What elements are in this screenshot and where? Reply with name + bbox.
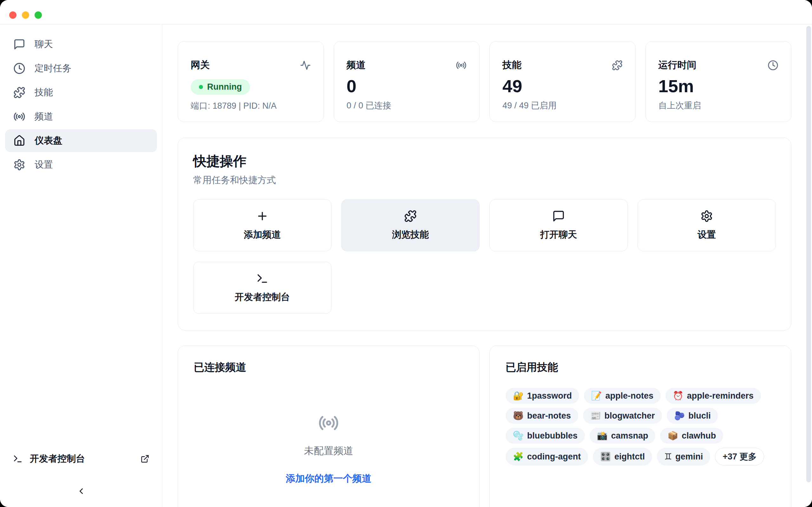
titlebar <box>0 0 812 24</box>
traffic-lights <box>9 11 42 19</box>
terminal-icon <box>13 454 23 464</box>
gear-icon <box>13 159 26 171</box>
sidebar-item-settings[interactable]: 设置 <box>5 153 157 176</box>
puzzle-icon <box>404 210 417 222</box>
skill-badge[interactable]: ♊ gemini <box>657 448 710 465</box>
sidebar-item-label: 技能 <box>35 86 53 99</box>
add-first-channel-link[interactable]: 添加你的第一个频道 <box>286 472 371 485</box>
sidebar-item-label: 频道 <box>35 110 53 123</box>
skill-emoji: 📰 <box>590 411 601 421</box>
skill-name: gemini <box>675 452 703 462</box>
chat-bubble-icon <box>552 210 565 222</box>
skill-badge[interactable]: 📸 camsnap <box>590 428 656 444</box>
connected-channels-title: 已连接频道 <box>194 360 463 375</box>
skill-emoji: 🫐 <box>674 411 685 421</box>
collapse-sidebar-button[interactable] <box>72 485 91 499</box>
stat-title: 技能 <box>502 59 521 72</box>
browse-skills-button[interactable]: 浏览技能 <box>341 199 479 251</box>
external-link-icon <box>141 454 149 463</box>
quick-actions-panel: 快捷操作 常用任务和快捷方式 添加频道 浏览技能 打开聊天 设置 <box>177 137 792 331</box>
skill-name: blucli <box>688 411 711 421</box>
quick-actions-title: 快捷操作 <box>193 153 776 170</box>
gear-icon <box>700 210 713 222</box>
app-window: 聊天 定时任务 技能 频道 仪表盘 设置 <box>0 0 812 507</box>
skill-name: clawhub <box>681 431 716 441</box>
skill-emoji: 🔐 <box>513 391 524 401</box>
stat-title: 运行时间 <box>658 59 697 72</box>
dashboard-main: 网关 Running 端口: 18789 | PID: N/A 频道 0 0 /… <box>162 24 812 507</box>
sidebar-footer: 开发者控制台 <box>0 452 162 507</box>
status-text: Running <box>207 82 242 92</box>
skill-badge[interactable]: 📝 apple-notes <box>584 388 661 404</box>
radio-icon <box>13 111 26 123</box>
open-chat-button[interactable]: 打开聊天 <box>490 199 628 251</box>
status-dot <box>199 85 203 89</box>
more-skills-badge[interactable]: +37 更多 <box>715 448 764 465</box>
skill-name: eightctl <box>614 452 645 462</box>
sidebar-item-chat[interactable]: 聊天 <box>5 33 157 56</box>
clock-icon <box>768 60 778 71</box>
sidebar-nav: 聊天 定时任务 技能 频道 仪表盘 设置 <box>0 24 162 176</box>
stat-card-skills: 技能 49 49 / 49 已启用 <box>490 41 636 122</box>
sidebar-item-label: 聊天 <box>35 38 53 51</box>
gateway-meta: 端口: 18789 | PID: N/A <box>191 100 311 112</box>
terminal-icon <box>256 272 269 285</box>
stats-row: 网关 Running 端口: 18789 | PID: N/A 频道 0 0 /… <box>177 41 792 122</box>
radio-icon <box>318 412 339 434</box>
skill-emoji: 🐻 <box>513 411 524 421</box>
sidebar-item-label: 定时任务 <box>35 62 71 75</box>
skill-badge[interactable]: 🫧 bluebubbles <box>506 428 585 444</box>
skill-name: coding-agent <box>527 452 581 462</box>
enabled-skills-title: 已启用技能 <box>506 360 775 375</box>
settings-button[interactable]: 设置 <box>638 199 776 251</box>
skill-emoji: ♊ <box>664 452 672 462</box>
close-window-button[interactable] <box>9 11 16 19</box>
connected-channels-panel: 已连接频道 未配置频道 添加你的第一个频道 <box>177 345 479 507</box>
sidebar-item-channels[interactable]: 频道 <box>5 105 157 128</box>
skill-name: 1password <box>527 391 572 401</box>
stat-value: 49 <box>502 77 623 95</box>
plus-icon <box>256 210 269 222</box>
skill-name: bluebubbles <box>527 431 577 441</box>
stat-subtitle: 0 / 0 已连接 <box>347 100 467 111</box>
skill-emoji: 📸 <box>597 431 608 441</box>
skill-name: blogwatcher <box>604 411 655 421</box>
skill-name: apple-notes <box>605 391 653 401</box>
skill-badge[interactable]: ⏰ apple-reminders <box>665 388 761 404</box>
bottom-row: 已连接频道 未配置频道 添加你的第一个频道 已启用技能 🔐 1password … <box>177 345 792 507</box>
enabled-skills-panel: 已启用技能 🔐 1password 📝 apple-notes ⏰ apple-… <box>490 345 792 507</box>
minimize-window-button[interactable] <box>22 11 29 19</box>
skill-name: bear-notes <box>527 411 571 421</box>
sidebar: 聊天 定时任务 技能 频道 仪表盘 设置 <box>0 24 162 507</box>
stat-subtitle: 49 / 49 已启用 <box>502 100 623 111</box>
skill-badge[interactable]: 🎛️ eightctl <box>593 448 652 465</box>
skill-badge[interactable]: 🫐 blucli <box>667 408 718 424</box>
gateway-status-badge: Running <box>191 79 250 95</box>
sidebar-item-scheduled-tasks[interactable]: 定时任务 <box>5 57 157 80</box>
stat-card-uptime: 运行时间 15m 自上次重启 <box>646 41 792 122</box>
skill-name: apple-reminders <box>687 391 754 401</box>
stat-value: 15m <box>658 77 779 95</box>
add-channel-button[interactable]: 添加频道 <box>193 199 332 251</box>
stat-value: 0 <box>347 77 467 95</box>
skill-badge[interactable]: 🔐 1password <box>506 388 579 404</box>
skill-emoji: 🧩 <box>513 452 524 462</box>
activity-icon <box>300 60 311 71</box>
skill-badge[interactable]: 🐻 bear-notes <box>506 408 578 424</box>
puzzle-icon <box>13 87 26 99</box>
maximize-window-button[interactable] <box>35 11 42 19</box>
skill-badge[interactable]: 📦 clawhub <box>660 428 723 444</box>
clock-icon <box>13 62 26 74</box>
stat-title: 网关 <box>191 59 210 72</box>
sidebar-dev-console-link[interactable]: 开发者控制台 <box>13 452 149 465</box>
empty-state-text: 未配置频道 <box>304 444 353 458</box>
vertical-scrollbar[interactable] <box>806 26 811 482</box>
sidebar-item-label: 仪表盘 <box>35 134 62 147</box>
skill-badge[interactable]: 🧩 coding-agent <box>506 448 588 465</box>
skill-badge[interactable]: 📰 blogwatcher <box>583 408 662 424</box>
developer-console-button[interactable]: 开发者控制台 <box>193 262 332 314</box>
skill-emoji: 📝 <box>591 391 602 401</box>
stat-title: 频道 <box>347 59 366 72</box>
sidebar-item-dashboard[interactable]: 仪表盘 <box>5 129 157 152</box>
sidebar-item-skills[interactable]: 技能 <box>5 81 157 104</box>
